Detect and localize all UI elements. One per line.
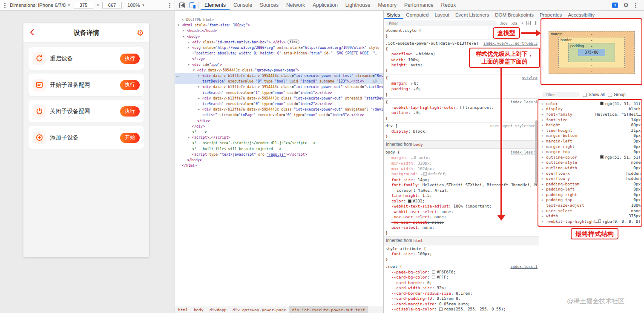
node-link[interactable]: html xyxy=(413,238,423,243)
code-line[interactable]: <!-- built files will be auto injected -… xyxy=(175,146,383,152)
back-chevron-icon[interactable] xyxy=(29,28,36,37)
tab-redux[interactable]: Redux xyxy=(437,0,460,10)
code-line[interactable]: ▶<div data-v-b13ffe7e data-v-5954443c cl… xyxy=(175,84,383,95)
css-property[interactable]: background: ▶#efefef; xyxy=(385,171,538,177)
viewport-width-input[interactable] xyxy=(74,2,93,9)
css-property[interactable]: display: block; xyxy=(385,129,538,134)
breadcrumb-item[interactable]: div.iot-execute-power-out.test xyxy=(289,306,368,313)
expand-icon[interactable]: ▶ xyxy=(411,81,413,87)
stylesheet-link[interactable]: index.vue?v...ed=true&:3 xyxy=(483,41,538,46)
css-property[interactable]: margin: ▶0 auto; xyxy=(385,155,538,161)
expand-icon[interactable]: ▶ xyxy=(416,52,418,57)
twisty-icon[interactable]: ▼ xyxy=(188,62,192,68)
device-toolbar-options-icon[interactable] xyxy=(4,5,6,6)
code-line[interactable]: …▶<div data-v-b13ffe7e data-v-5954443c c… xyxy=(175,73,383,84)
css-property[interactable]: font-size: 14px; xyxy=(385,177,538,183)
stylesheet-link[interactable]: <style> xyxy=(522,75,538,81)
code-line[interactable]: ▼<html style="font-size: 100px;"> xyxy=(175,23,383,28)
css-property[interactable]: --page-bg-color: #F6F6F6; xyxy=(385,270,538,275)
devtools-settings-gear-icon[interactable]: ⚙ xyxy=(623,2,629,8)
twisty-icon[interactable]: ▼ xyxy=(193,68,197,73)
color-swatch[interactable] xyxy=(423,172,427,176)
css-property[interactable]: --card-bg-color: #FFF; xyxy=(385,275,538,280)
twisty-icon[interactable]: ▶ xyxy=(198,96,202,101)
styles-toolbar-button[interactable]: + xyxy=(520,21,524,26)
code-line[interactable]: ▼<div data-v-5954443c class="gateway-pow… xyxy=(175,68,383,73)
stylesheet-link[interactable]: index.less:1 xyxy=(510,264,538,270)
css-property[interactable]: margin: ▶0; xyxy=(385,81,538,87)
color-swatch[interactable] xyxy=(408,199,411,203)
css-property[interactable]: -ms-user-select: none; xyxy=(385,220,538,225)
execute-button[interactable]: 执行 xyxy=(120,80,140,90)
twisty-icon[interactable]: ▼ xyxy=(183,34,187,40)
css-property[interactable]: --card-border-radius-size: 0.1rem; xyxy=(385,291,538,296)
code-line[interactable]: </div> xyxy=(175,124,383,129)
breadcrumb-item[interactable]: body xyxy=(191,306,207,313)
tab-sources[interactable]: Sources xyxy=(256,0,282,10)
grid-icon[interactable] xyxy=(526,21,531,25)
breadcrumb-item[interactable]: html xyxy=(175,306,191,313)
code-line[interactable]: ▶<script>…</script> xyxy=(175,135,383,140)
css-property[interactable]: --card-width-size: 92%; xyxy=(385,285,538,291)
css-property[interactable]: --card-border: 0; xyxy=(385,280,538,286)
code-line[interactable]: </div> xyxy=(175,118,383,124)
styles-tab-event-listeners[interactable]: Event Listeners xyxy=(452,11,492,19)
css-property[interactable]: font-family: Helvetica,STHeiti STXihei, … xyxy=(385,182,538,193)
twisty-icon[interactable]: ▶ xyxy=(183,28,187,34)
styles-tab-accessibility[interactable]: Accessibility xyxy=(565,11,598,19)
css-property[interactable]: font-size: 100px; xyxy=(385,251,538,257)
styles-tab-dom-breakpoints[interactable]: DOM Breakpoints xyxy=(492,11,537,19)
code-line[interactable]: </body> xyxy=(175,157,383,163)
css-property[interactable]: --card-margin-size: 0.05rem auto; xyxy=(385,302,538,307)
code-line[interactable]: <script type="text/javascript" src="/app… xyxy=(175,152,383,157)
css-property[interactable]: outline: ▶0; xyxy=(385,110,538,116)
execute-button[interactable]: 执行 xyxy=(120,106,140,117)
stylesheet-link[interactable]: index.less:9 xyxy=(510,150,538,155)
zoom-select[interactable]: 100% ▼ xyxy=(127,3,145,8)
code-line[interactable]: <!DOCTYPE html> xyxy=(175,17,383,23)
code-line[interactable]: ▶<div data-v-b13ffe7e data-v-5954443c cl… xyxy=(175,107,383,118)
expand-icon[interactable]: ▶ xyxy=(414,111,415,116)
tab-network[interactable]: Network xyxy=(282,0,309,10)
color-swatch[interactable] xyxy=(432,276,435,279)
css-property[interactable]: --card-padding-TD: 0.15rem 0; xyxy=(385,296,538,302)
code-line[interactable]: ▶<div class="jd-smart-native-bar-box">…<… xyxy=(175,40,383,45)
extension-badge-icon[interactable]: 1 xyxy=(612,3,618,8)
expand-icon[interactable]: ▶ xyxy=(421,172,423,177)
code-line[interactable]: </svg> xyxy=(175,56,383,62)
group-checkbox[interactable]: Group xyxy=(608,92,626,97)
css-property[interactable]: -moz-user-select: none; xyxy=(385,214,538,220)
styles-tab-properties[interactable]: Properties xyxy=(537,11,565,19)
css-property[interactable]: --disable-bg-color: rgba(255, 255, 255, … xyxy=(385,307,538,312)
show-all-checkbox[interactable]: Show all xyxy=(583,92,605,97)
twisty-icon[interactable]: ▶ xyxy=(198,107,202,112)
tab-lighthouse[interactable]: Lighthouse xyxy=(342,0,374,10)
styles-filter-input[interactable]: Filter xyxy=(385,20,497,26)
code-line[interactable]: <!-- <script src="./static/js/vendor.dll… xyxy=(175,140,383,146)
execute-button[interactable]: 开始 xyxy=(120,133,140,143)
css-property[interactable]: line-height: 1.5; xyxy=(385,193,538,199)
tab-console[interactable]: Console xyxy=(230,0,256,10)
css-property[interactable]: user-select: none; xyxy=(385,225,538,230)
expand-icon[interactable]: ▶ xyxy=(414,87,415,92)
css-property[interactable]: -webkit-tap-highlight-color: transparent… xyxy=(385,105,538,111)
code-line[interactable]: </html> xyxy=(175,163,383,168)
breadcrumb-item[interactable]: div.gateway-power-page xyxy=(230,306,289,313)
code-line[interactable]: ▶<head>…</head> xyxy=(175,28,383,34)
tab-performance[interactable]: Performance xyxy=(400,0,437,10)
device-toolbar-menu-icon[interactable] xyxy=(169,5,170,6)
css-property[interactable]: -webkit-user-select: none; xyxy=(385,209,538,215)
twisty-icon[interactable]: ▶ xyxy=(188,135,192,140)
execute-button[interactable]: 执行 xyxy=(120,54,140,64)
breadcrumb-item[interactable]: div#app xyxy=(207,306,230,313)
css-property[interactable]: max-width: 1024px; xyxy=(385,166,538,172)
styles-tab-computed[interactable]: Computed xyxy=(403,11,431,19)
twisty-icon[interactable]: ▼ xyxy=(178,23,182,28)
computed-filter-input[interactable]: Filter xyxy=(542,92,580,97)
code-line[interactable]: ▶<div data-v-b13ffe7e data-v-5954443c cl… xyxy=(175,96,383,107)
css-property[interactable]: padding: ▶0; xyxy=(385,86,538,92)
expand-icon[interactable]: ▶ xyxy=(411,156,413,161)
twisty-icon[interactable]: ▶ xyxy=(198,84,202,90)
tab-memory[interactable]: Memory xyxy=(374,0,400,10)
css-property[interactable]: min-width: 320px; xyxy=(385,161,538,166)
